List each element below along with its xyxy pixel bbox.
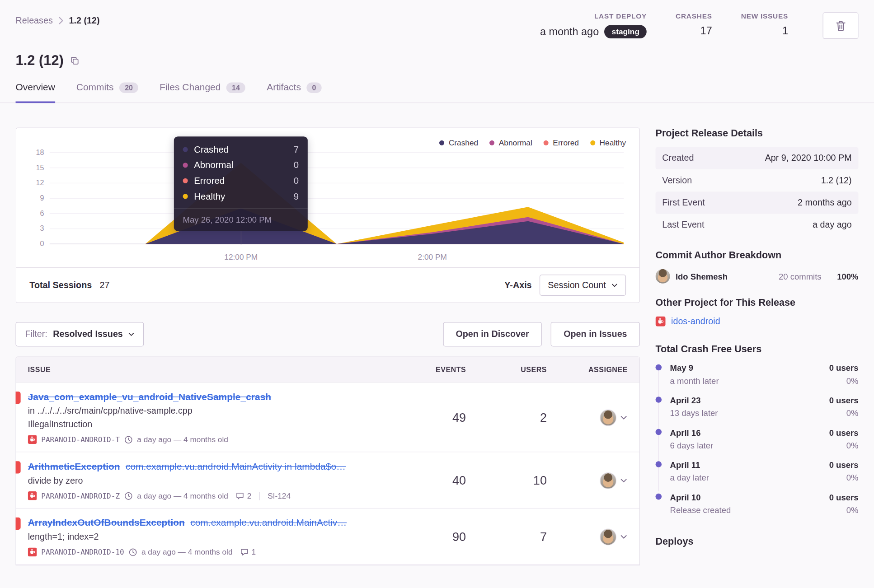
issue-message: IllegalInstruction [28, 420, 394, 429]
issue-project-slug: PARANOID-ANDROID-Z [41, 491, 120, 500]
legend-dot-icon [543, 140, 548, 145]
new-issues-value: 1 [782, 25, 788, 37]
breadcrumb-releases-link[interactable]: Releases [16, 16, 53, 26]
tab-commits[interactable]: Commits20 [76, 82, 139, 103]
project-release-details-section: Project Release Details Created Apr 9, 2… [656, 127, 859, 236]
tab-overview[interactable]: Overview [16, 82, 55, 103]
issue-meta: PARANOID-ANDROID-Z a day ago — 4 months … [28, 491, 394, 500]
copy-icon[interactable] [70, 56, 80, 65]
issue-events-count: 49 [452, 411, 466, 425]
issue-meta: PARANOID-ANDROID-T a day ago — 4 months … [28, 435, 394, 444]
timeline-dot-icon [656, 461, 662, 467]
tooltip-series-label: Abnormal [194, 160, 287, 170]
environment-badge: staging [605, 25, 647, 39]
tab-files-changed[interactable]: Files Changed14 [160, 82, 245, 103]
issue-events-count: 40 [452, 473, 466, 488]
tooltip-row-healthy: Healthy9 [183, 191, 299, 201]
chevron-down-icon [128, 332, 135, 336]
issue-comments[interactable]: 1 [240, 547, 256, 556]
legend-item-healthy[interactable]: Healthy [590, 138, 626, 147]
issue-assignee-dropdown[interactable] [600, 529, 639, 546]
crash-free-entry: April 11 0 users a day later 0% [670, 460, 859, 484]
issue-culprit-link[interactable]: com.example.vu.android.MainActiv… [190, 518, 347, 528]
sessions-chart[interactable]: 036912151812:00 PM2:00 PM Crashed7Abnorm… [16, 128, 639, 267]
svg-text:15: 15 [36, 163, 44, 172]
java-platform-icon [28, 435, 37, 444]
issues-table: ISSUE EVENTS USERS ASSIGNEE Java_com_exa… [16, 356, 640, 565]
detail-label: First Event [662, 198, 705, 208]
other-projects-section: Other Project for This Release idos-andr… [656, 297, 859, 326]
legend-label: Abnormal [499, 138, 532, 147]
issue-message: length=1; index=2 [28, 532, 394, 542]
svg-text:9: 9 [40, 194, 44, 202]
issues-filter-select[interactable]: Filter: Resolved Issues [16, 322, 144, 346]
issue-assignee-dropdown[interactable] [600, 410, 639, 426]
entry-users: 0 users [829, 395, 859, 406]
issue-project-slug: PARANOID-ANDROID-10 [41, 548, 124, 556]
tooltip-row-errored: Errored0 [183, 176, 299, 186]
assignee-avatar[interactable] [600, 410, 616, 426]
comment-icon [240, 548, 249, 556]
sessions-chart-card: CrashedAbnormalErroredHealthy 0369121518… [16, 127, 640, 303]
legend-dot-icon [489, 140, 494, 145]
entry-sub-label: a day later [670, 472, 709, 484]
tab-bar: OverviewCommits20Files Changed14Artifact… [16, 82, 859, 103]
tooltip-series-value: 7 [294, 144, 299, 154]
author-percent: 100% [837, 271, 858, 281]
entry-percent: 0% [846, 440, 859, 451]
project-link[interactable]: idos-android [671, 317, 720, 327]
tab-artifacts[interactable]: Artifacts0 [267, 82, 322, 103]
svg-text:12:00 PM: 12:00 PM [224, 252, 258, 261]
issue-culprit-link[interactable]: com.example.vu.android.MainActivity in l… [126, 461, 346, 471]
resolved-marker [16, 392, 21, 404]
related-project-row: idos-android [656, 317, 859, 327]
release-stats: LAST DEPLOY a month ago staging CRASHES … [540, 12, 859, 39]
svg-text:3: 3 [40, 224, 44, 232]
assignee-avatar[interactable] [600, 472, 616, 489]
timeline-dot-icon [656, 494, 662, 500]
legend-item-abnormal[interactable]: Abnormal [489, 138, 532, 147]
filter-label: Filter: [25, 329, 47, 339]
crash-free-timeline: May 9 0 users a month later 0% April 23 … [656, 363, 859, 516]
breadcrumb: Releases 1.2 (12) [16, 12, 100, 26]
chevron-down-icon [620, 535, 627, 539]
comments-count: 1 [251, 547, 256, 556]
delete-release-button[interactable] [823, 12, 859, 39]
issue-title-link[interactable]: Java_com_example_vu_android_NativeSample… [28, 392, 271, 402]
entry-users: 0 users [829, 492, 859, 503]
crash-free-users-section: Total Crash Free Users May 9 0 users a m… [656, 343, 859, 516]
open-in-issues-button[interactable]: Open in Issues [551, 322, 640, 346]
series-dot-icon [183, 147, 188, 152]
assignee-avatar[interactable] [600, 529, 616, 546]
author-avatar [656, 269, 670, 284]
stat-label: LAST DEPLOY [594, 12, 647, 20]
issue-title-link[interactable]: ArithmeticException [28, 461, 120, 471]
tooltip-series-value: 9 [294, 191, 299, 201]
clock-icon [129, 548, 137, 556]
section-heading: Project Release Details [656, 127, 859, 139]
legend-item-errored[interactable]: Errored [543, 138, 579, 147]
issue-row: Java_com_example_vu_android_NativeSample… [16, 383, 639, 452]
tab-count-badge: 0 [306, 82, 322, 93]
issue-comments[interactable]: 2 [236, 491, 251, 500]
tab-count-badge: 20 [119, 82, 139, 93]
total-sessions-label: Total Sessions [29, 280, 92, 290]
issue-title-link[interactable]: ArrayIndexOutOfBoundsException [28, 518, 185, 528]
open-in-discover-button[interactable]: Open in Discover [443, 322, 542, 346]
series-dot-icon [183, 178, 188, 183]
issue-assignee-dropdown[interactable] [600, 472, 639, 489]
legend-label: Healthy [600, 138, 626, 147]
release-detail-row: Last Event a day ago [656, 214, 859, 236]
commit-author-breakdown-section: Commit Author Breakdown Ido Shemesh 20 c… [656, 250, 859, 284]
issues-table-header: ISSUE EVENTS USERS ASSIGNEE [16, 357, 639, 383]
entry-sub-label: 6 days later [670, 440, 714, 451]
svg-text:2:00 PM: 2:00 PM [418, 252, 447, 261]
legend-item-crashed[interactable]: Crashed [439, 138, 478, 147]
yaxis-select[interactable]: Session Count [540, 275, 626, 296]
entry-sub-label: a month later [670, 375, 719, 387]
issue-row: ArithmeticExceptioncom.example.vu.androi… [16, 453, 639, 509]
issue-meta: PARANOID-ANDROID-10 a day ago — 4 months… [28, 547, 394, 556]
issue-users-count: 10 [533, 473, 547, 488]
issue-row: ArrayIndexOutOfBoundsExceptioncom.exampl… [16, 509, 639, 565]
svg-text:18: 18 [36, 148, 44, 156]
